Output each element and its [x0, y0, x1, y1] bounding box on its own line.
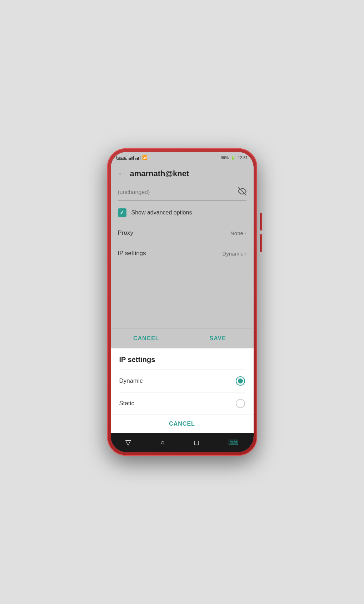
password-input[interactable]	[118, 189, 238, 195]
proxy-row[interactable]: Proxy None ›	[111, 223, 254, 243]
static-radio[interactable]	[236, 399, 245, 408]
advanced-options-label: Show advanced options	[131, 209, 192, 216]
spacer	[111, 263, 254, 328]
time: 12:51	[238, 155, 248, 160]
phone-inner: VoLTE 📶 99%	[111, 152, 254, 452]
volume-down-button[interactable]	[260, 234, 262, 252]
proxy-value-group: None ›	[230, 230, 246, 236]
dynamic-option-row[interactable]: Dynamic	[111, 370, 254, 392]
battery-icon: 🔋	[231, 155, 236, 160]
back-button[interactable]: ←	[118, 169, 126, 178]
volte-icon: VoLTE	[116, 156, 127, 160]
status-right: 99% 🔋 12:51	[221, 155, 248, 160]
dynamic-label: Dynamic	[119, 377, 143, 385]
dialog-buttons: CANCEL SAVE	[111, 328, 254, 348]
status-bar: VoLTE 📶 99%	[111, 152, 254, 163]
static-label: Static	[119, 400, 135, 407]
toggle-password-icon[interactable]	[238, 187, 246, 197]
sheet-cancel-button[interactable]: CANCEL	[111, 415, 254, 433]
main-dialog: ← amarnath@knet	[111, 163, 254, 348]
ip-settings-value-group: Dynamic ›	[222, 251, 246, 257]
advanced-options-row[interactable]: ✓ Show advanced options	[111, 205, 254, 223]
wifi-icon: 📶	[142, 155, 148, 160]
nav-back-icon[interactable]: ▽	[125, 438, 131, 447]
nav-bar: ▽ ○ □ ⌨	[111, 433, 254, 452]
volume-up-button[interactable]	[260, 213, 262, 231]
nav-recent-icon[interactable]: □	[194, 439, 199, 447]
proxy-label: Proxy	[118, 229, 133, 237]
dialog-title: amarnath@knet	[130, 169, 189, 178]
nav-home-icon[interactable]: ○	[160, 439, 165, 447]
bottom-sheet: IP settings Dynamic Static CANCEL	[111, 348, 254, 433]
save-button[interactable]: SAVE	[182, 329, 254, 348]
dynamic-radio[interactable]	[236, 376, 245, 386]
battery-percent: 99%	[221, 155, 229, 160]
ip-settings-label: IP settings	[118, 250, 146, 257]
dialog-header: ← amarnath@knet	[111, 163, 254, 184]
proxy-value: None	[230, 230, 243, 236]
ip-settings-chevron-icon: ›	[245, 251, 246, 256]
screen: VoLTE 📶 99%	[111, 152, 254, 452]
signal-bars-1	[129, 155, 134, 160]
phone-frame: VoLTE 📶 99%	[107, 148, 257, 456]
ip-settings-value: Dynamic	[222, 251, 243, 257]
signal-bars-2	[135, 155, 141, 160]
proxy-chevron-icon: ›	[245, 230, 246, 236]
cancel-button[interactable]: CANCEL	[111, 329, 183, 348]
nav-keyboard-icon[interactable]: ⌨	[228, 438, 239, 447]
bottom-sheet-title: IP settings	[111, 348, 254, 370]
advanced-options-checkbox[interactable]: ✓	[118, 208, 126, 217]
status-left: VoLTE 📶	[116, 155, 148, 160]
dynamic-radio-inner	[238, 378, 243, 383]
ip-settings-row[interactable]: IP settings Dynamic ›	[111, 243, 254, 263]
static-option-row[interactable]: Static	[111, 392, 254, 415]
checkmark-icon: ✓	[120, 209, 124, 216]
password-field	[118, 187, 246, 200]
